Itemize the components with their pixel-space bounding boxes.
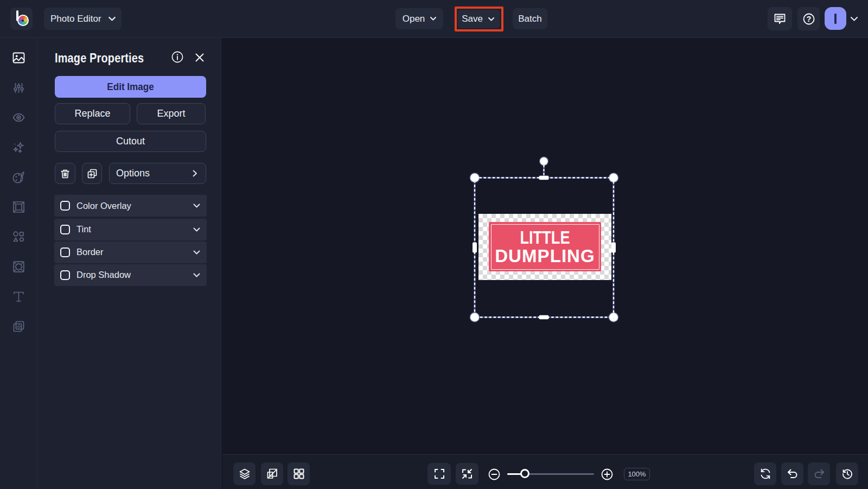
- svg-text:?: ?: [806, 15, 811, 23]
